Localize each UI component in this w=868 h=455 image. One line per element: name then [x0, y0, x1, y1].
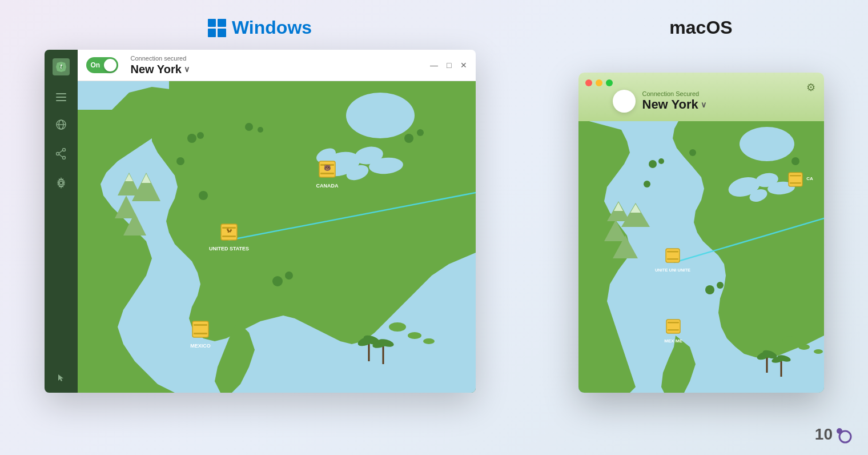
svg-rect-50: [192, 321, 208, 337]
connection-info: Connection secured New York ∨: [131, 55, 190, 76]
svg-text:🐻: 🐻: [324, 164, 331, 171]
settings-icon[interactable]: [55, 177, 67, 190]
mac-maximize-button[interactable]: [606, 79, 613, 86]
win-titlebar: On Connection secured New York ∨: [78, 50, 476, 81]
macos-platform-label: macOS: [669, 17, 732, 38]
mac-traffic-lights: [585, 79, 613, 86]
watermark-text: 10: [815, 425, 833, 444]
win-map-area: 🐻 CANADA 🐿 UNITED STATES: [78, 81, 476, 393]
maximize-button[interactable]: □: [447, 61, 451, 70]
svg-rect-42: [320, 173, 334, 174]
platforms-row: Windows t: [0, 17, 868, 393]
vpn-toggle[interactable]: On: [86, 57, 118, 73]
svg-point-22: [245, 123, 253, 131]
svg-point-19: [346, 93, 415, 138]
cursor-icon: [57, 373, 65, 384]
svg-point-73: [782, 336, 797, 344]
win-sidebar: t: [45, 50, 78, 393]
svg-point-64: [705, 285, 714, 294]
svg-line-11: [59, 150, 62, 153]
svg-rect-85: [666, 320, 680, 333]
watermark: 10: [815, 425, 851, 444]
mac-conn-secured-label: Connection Secured: [642, 90, 706, 97]
minimize-button[interactable]: —: [430, 61, 438, 70]
svg-text:CA: CA: [806, 176, 813, 181]
conn-secured-label: Connection secured: [131, 55, 190, 62]
svg-text:UNITED STATES: UNITED STATES: [208, 246, 248, 252]
toggle-on-label: On: [91, 61, 101, 69]
svg-rect-47: [222, 236, 236, 237]
svg-text:CANADA: CANADA: [316, 183, 338, 189]
mac-close-button[interactable]: [585, 79, 592, 86]
svg-point-36: [389, 322, 406, 332]
svg-point-12: [59, 181, 63, 185]
svg-point-25: [199, 191, 208, 200]
win-window-controls: — □ ✕: [430, 61, 467, 70]
svg-rect-2: [56, 97, 66, 98]
macos-section: macOS Connection Secured New York: [578, 17, 824, 393]
macos-label-text: macOS: [669, 17, 732, 38]
svg-point-20: [187, 134, 196, 143]
svg-text:UNITE UNI UNITE: UNITE UNI UNITE: [654, 268, 690, 273]
svg-point-38: [423, 338, 435, 344]
svg-point-65: [717, 282, 724, 289]
win-main: On Connection secured New York ∨: [78, 50, 476, 393]
windows-label-text: Windows: [232, 17, 312, 38]
svg-rect-78: [790, 175, 801, 177]
hamburger-icon[interactable]: [56, 93, 66, 103]
svg-rect-81: [666, 249, 680, 262]
mac-header: Connection Secured New York ∨ ⚙: [578, 73, 824, 121]
mac-conn-info: Connection Secured New York ∨: [642, 90, 706, 112]
svg-point-23: [258, 127, 263, 133]
svg-point-21: [197, 132, 204, 139]
svg-rect-86: [668, 322, 679, 324]
windows-app-window: t: [45, 50, 476, 393]
share-icon[interactable]: [56, 148, 66, 161]
svg-point-24: [176, 157, 184, 165]
svg-point-26: [272, 276, 283, 286]
mac-vpn-toggle[interactable]: [613, 90, 636, 113]
svg-point-8: [56, 153, 59, 155]
watermark-logo: [835, 426, 851, 442]
svg-point-61: [658, 158, 664, 164]
svg-text:MEXICO: MEXICO: [190, 343, 211, 349]
svg-point-9: [62, 157, 65, 159]
conn-location[interactable]: New York ∨: [131, 63, 190, 76]
page-container: Windows t: [0, 0, 868, 455]
windows-section: Windows t: [45, 17, 476, 393]
svg-rect-83: [667, 258, 678, 260]
svg-point-59: [740, 127, 794, 161]
svg-point-62: [689, 149, 696, 156]
svg-point-7: [62, 149, 65, 151]
svg-point-63: [644, 181, 650, 187]
globe-icon[interactable]: [55, 119, 67, 132]
svg-rect-3: [56, 100, 66, 101]
macos-app-window: Connection Secured New York ∨ ⚙: [578, 73, 824, 393]
windows-icon: [208, 19, 226, 37]
svg-rect-87: [668, 329, 679, 331]
win-sidebar-icons: [55, 93, 67, 356]
svg-rect-1: [56, 93, 66, 94]
mac-conn-location[interactable]: New York ∨: [642, 97, 706, 112]
location-text: New York: [131, 63, 182, 76]
svg-point-37: [408, 332, 421, 339]
mac-map-area: CA UNITE UNI UNITE: [578, 121, 824, 393]
mac-minimize-button[interactable]: [596, 79, 602, 86]
close-button[interactable]: ✕: [460, 61, 467, 70]
svg-point-29: [417, 129, 424, 136]
win-sidebar-bottom: [57, 373, 65, 384]
svg-point-27: [285, 272, 293, 280]
svg-point-74: [798, 344, 810, 350]
windows-platform-label: Windows: [208, 17, 312, 38]
mac-location-chevron: ∨: [701, 100, 706, 109]
svg-text:🐿: 🐿: [226, 227, 232, 234]
mac-location-text: New York: [642, 97, 698, 112]
svg-rect-52: [194, 333, 207, 334]
svg-line-10: [59, 154, 62, 157]
svg-rect-51: [194, 324, 207, 326]
toggle-section: On Connection secured New York ∨: [86, 55, 190, 76]
svg-point-60: [649, 160, 657, 168]
svg-rect-77: [789, 173, 802, 186]
mac-settings-icon[interactable]: ⚙: [806, 81, 815, 94]
svg-text:MEX ME: MEX ME: [664, 338, 682, 344]
